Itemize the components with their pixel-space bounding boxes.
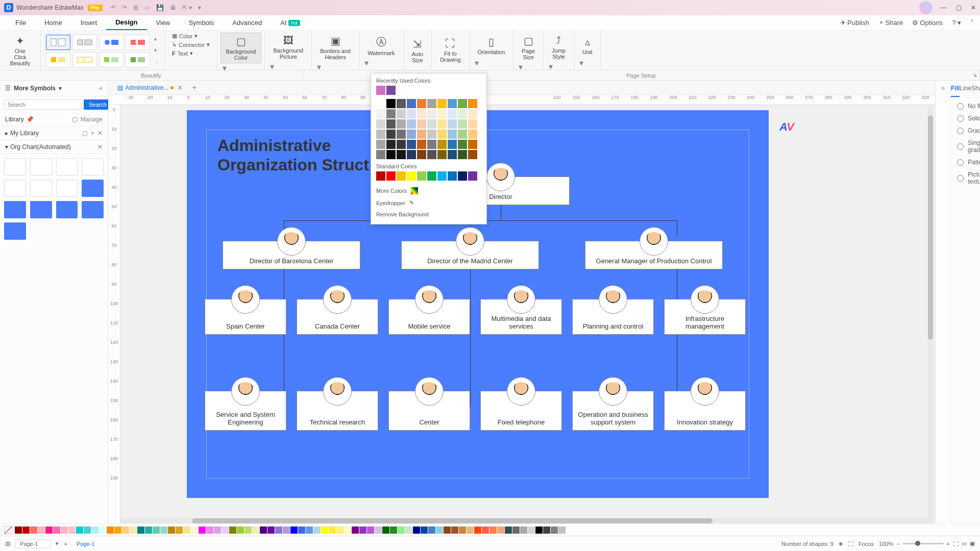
color-swatch[interactable] — [417, 150, 426, 159]
color-swatch[interactable] — [397, 109, 406, 118]
fill-option[interactable]: Pattern fill — [957, 159, 980, 166]
symbol-search-input[interactable] — [4, 99, 82, 110]
color-swatch[interactable] — [84, 527, 91, 534]
org-node[interactable]: Multimedia and data services — [480, 299, 562, 335]
chart-title[interactable]: Administrative Organization Struct — [217, 136, 369, 175]
color-swatch[interactable] — [376, 109, 385, 118]
shape-thumbnail[interactable] — [30, 201, 52, 218]
color-swatch[interactable] — [397, 171, 406, 181]
color-swatch[interactable] — [145, 527, 152, 534]
library-label[interactable]: Library — [5, 116, 24, 123]
color-swatch[interactable] — [417, 119, 426, 129]
color-swatch[interactable] — [376, 99, 385, 108]
menu-ai[interactable]: AIhot — [271, 15, 309, 30]
color-swatch[interactable] — [15, 527, 22, 534]
fit-page-icon[interactable]: ⛶ — [953, 541, 959, 547]
theme-gallery[interactable] — [44, 33, 152, 68]
color-swatch[interactable] — [413, 527, 420, 534]
gallery-up-icon[interactable]: ▴ — [154, 36, 159, 41]
color-swatch[interactable] — [417, 99, 426, 108]
color-swatch[interactable] — [459, 527, 466, 534]
color-swatch[interactable] — [417, 130, 426, 139]
shape-thumbnail[interactable] — [4, 158, 26, 176]
color-swatch[interactable] — [451, 527, 458, 534]
background-color-button[interactable]: ▢Background Color — [220, 33, 262, 63]
shape-thumbnail[interactable] — [82, 201, 104, 218]
chevron-down-icon[interactable]: ▾ — [473, 58, 510, 68]
color-swatch[interactable] — [558, 527, 566, 534]
color-swatch[interactable] — [176, 527, 183, 534]
export-icon[interactable]: ⇱ ▾ — [182, 4, 192, 11]
theme-preset[interactable] — [126, 35, 150, 50]
org-node[interactable]: Technical research — [297, 391, 378, 431]
org-node[interactable]: Center — [388, 391, 470, 431]
color-swatch[interactable] — [137, 527, 144, 534]
color-swatch[interactable] — [437, 109, 447, 118]
org-node[interactable]: Mobile service — [388, 299, 470, 335]
color-swatch[interactable] — [386, 109, 396, 118]
collapse-icon[interactable]: ▾ — [5, 143, 8, 151]
color-swatch[interactable] — [183, 527, 190, 534]
help-icon[interactable]: ? ▾ — [952, 19, 961, 27]
color-swatch[interactable] — [397, 130, 406, 139]
color-swatch[interactable] — [160, 527, 167, 534]
shape-thumbnail[interactable] — [4, 201, 26, 218]
shape-thumbnail[interactable] — [30, 180, 52, 197]
color-swatch[interactable] — [417, 140, 426, 149]
chevron-down-icon[interactable]: ▾ — [577, 58, 598, 68]
color-swatch[interactable] — [367, 527, 374, 534]
one-click-beautify-button[interactable]: ✦ One Click Beautify — [3, 33, 37, 68]
color-swatch[interactable] — [260, 527, 267, 534]
edit-icon[interactable]: + — [91, 130, 94, 137]
color-swatch[interactable] — [191, 527, 198, 534]
color-swatch[interactable] — [376, 86, 385, 95]
fill-option[interactable]: No fill — [957, 103, 980, 110]
color-swatch[interactable] — [448, 140, 457, 149]
color-swatch[interactable] — [458, 150, 467, 159]
theme-preset[interactable] — [99, 52, 124, 67]
symbol-search-button[interactable]: Search — [84, 99, 112, 110]
zoom-in-button[interactable]: + — [947, 541, 950, 547]
color-swatch[interactable] — [468, 150, 477, 159]
shape-thumbnail[interactable] — [82, 158, 104, 176]
color-swatch[interactable] — [290, 527, 298, 534]
color-swatch[interactable] — [244, 527, 252, 534]
color-swatch[interactable] — [468, 171, 477, 181]
color-swatch[interactable] — [458, 119, 467, 129]
auto-size-button[interactable]: ⇲Auto Size — [407, 33, 429, 68]
color-swatch[interactable] — [448, 99, 457, 108]
close-icon[interactable]: ✕ — [971, 4, 976, 11]
shape-thumbnail[interactable] — [82, 180, 104, 197]
color-swatch[interactable] — [437, 171, 447, 181]
open-icon[interactable]: ▭ — [144, 4, 150, 11]
color-swatch[interactable] — [427, 130, 436, 139]
page-tab[interactable]: Page-1 — [72, 541, 99, 547]
borders-headers-button[interactable]: ▣Borders and Headers — [315, 33, 356, 62]
color-swatch[interactable] — [468, 140, 477, 149]
more-colors-button[interactable]: More Colors — [376, 185, 481, 197]
color-swatch[interactable] — [229, 527, 236, 534]
page-size-button[interactable]: ▢Page Size — [517, 33, 540, 62]
color-swatch[interactable] — [68, 527, 76, 534]
org-node[interactable]: Fixed telephone — [480, 391, 562, 431]
color-swatch[interactable] — [427, 171, 436, 181]
color-swatch[interactable] — [329, 527, 336, 534]
color-swatch[interactable] — [437, 150, 447, 159]
color-swatch[interactable] — [436, 527, 443, 534]
color-swatch[interactable] — [482, 527, 489, 534]
focus-label[interactable]: Focus — [859, 541, 874, 547]
menu-symbols[interactable]: Symbols — [179, 15, 223, 30]
menu-home[interactable]: Home — [35, 15, 71, 30]
orientation-button[interactable]: ▯Orientation — [473, 33, 510, 58]
fit-width-icon[interactable]: ▭ — [962, 540, 967, 547]
color-swatch[interactable] — [267, 527, 275, 534]
manage-button[interactable]: Manage — [81, 116, 103, 123]
color-swatch[interactable] — [206, 527, 213, 534]
color-swatch[interactable] — [313, 527, 321, 534]
pages-icon[interactable]: ▥ — [5, 540, 10, 547]
color-swatch[interactable] — [382, 527, 389, 534]
theme-preset[interactable] — [99, 35, 124, 50]
remove-background-button[interactable]: Remove Background — [376, 209, 481, 220]
color-swatch[interactable] — [551, 527, 558, 534]
color-swatch[interactable] — [275, 527, 282, 534]
